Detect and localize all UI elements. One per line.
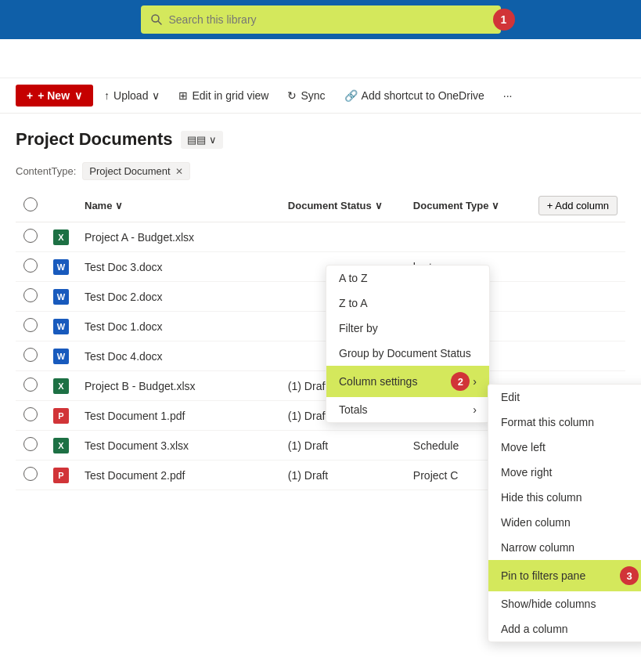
page-title-row: Project Documents ▤▤ ∨ <box>16 129 625 150</box>
table-row[interactable]: WTest Doc 4.docx <box>16 341 625 371</box>
row-name-cell[interactable]: Test Doc 2.docx <box>77 282 280 312</box>
row-empty-cell <box>531 252 625 282</box>
filter-tag-close[interactable]: ✕ <box>175 166 183 177</box>
toolbar: + + New ∨ ↑ Upload ∨ ⊞ Edit in grid view… <box>0 78 641 114</box>
dropdown-item[interactable]: A to Z <box>326 266 489 291</box>
submenu-item[interactable]: Hide this column <box>488 485 641 490</box>
add-shortcut-label: Add shortcut to OneDrive <box>362 89 484 102</box>
row-checkbox[interactable] <box>23 348 38 362</box>
search-input[interactable] <box>169 13 492 26</box>
link-icon: 🔗 <box>344 89 358 102</box>
row-check-cell[interactable] <box>16 401 45 431</box>
add-shortcut-button[interactable]: 🔗 Add shortcut to OneDrive <box>337 85 492 107</box>
row-checkbox[interactable] <box>23 258 38 273</box>
library-chevron-icon: ∨ <box>209 134 217 146</box>
file-type-icon: P <box>53 408 69 424</box>
row-name-cell[interactable]: Project B - Budget.xlsx <box>77 371 280 401</box>
more-button[interactable]: ··· <box>495 85 520 107</box>
sync-button[interactable]: ↻ Sync <box>279 85 333 107</box>
table-row[interactable]: WTest Doc 2.docx <box>16 282 625 312</box>
table-row[interactable]: WTest Doc 1.docx <box>16 312 625 341</box>
row-empty-cell <box>531 341 625 371</box>
new-plus-icon: + <box>27 89 33 102</box>
dropdown-item[interactable]: Column settings2› <box>326 366 489 397</box>
row-check-cell[interactable] <box>16 341 45 371</box>
submenu-arrow-icon: › <box>473 403 477 416</box>
submenu-arrow-icon: › <box>473 375 477 388</box>
row-checkbox[interactable] <box>23 407 38 421</box>
dropdown-item[interactable]: Totals› <box>326 397 489 422</box>
row-checkbox[interactable] <box>23 437 38 451</box>
col-header-type[interactable]: Document Type ∨ <box>405 190 531 222</box>
new-chevron-icon: ∨ <box>74 89 82 102</box>
file-type-icon: W <box>53 349 69 364</box>
row-icon-cell: P <box>45 401 77 431</box>
submenu-item[interactable]: Move left <box>488 435 641 460</box>
search-container: 1 <box>141 5 501 34</box>
table-row[interactable]: WTest Doc 3.docxharter <box>16 252 625 282</box>
row-icon-cell: X <box>45 431 77 461</box>
submenu-item[interactable]: Edit <box>488 385 641 410</box>
row-empty-cell <box>531 222 625 252</box>
sync-label: Sync <box>301 89 325 102</box>
row-check-cell[interactable] <box>16 371 45 401</box>
row-name-cell[interactable]: Test Document 2.pdf <box>77 461 280 490</box>
row-status-cell: (1) Draft <box>280 431 405 461</box>
col-header-add[interactable]: + Add column <box>531 190 625 222</box>
row-name-cell[interactable]: Test Document 3.xlsx <box>77 431 280 461</box>
file-type-icon: X <box>53 378 69 394</box>
row-name-cell[interactable]: Test Doc 3.docx <box>77 252 280 282</box>
status-sort-icon: ∨ <box>375 200 383 211</box>
col-header-check[interactable] <box>16 190 45 222</box>
filter-label: ContentType: <box>16 165 76 177</box>
new-label: + New <box>38 89 70 102</box>
row-name-cell[interactable]: Project A - Budget.xlsx <box>77 222 280 252</box>
row-check-cell[interactable] <box>16 252 45 282</box>
library-icon-button[interactable]: ▤▤ ∨ <box>181 131 223 149</box>
secondary-dropdown-menu: EditFormat this columnMove leftMove righ… <box>488 384 641 490</box>
row-check-cell[interactable] <box>16 312 45 341</box>
row-check-cell[interactable] <box>16 431 45 461</box>
row-checkbox[interactable] <box>23 229 38 243</box>
row-icon-cell: X <box>45 222 77 252</box>
search-icon <box>150 13 163 26</box>
svg-point-0 <box>152 15 159 22</box>
upload-label: Upload <box>113 89 148 102</box>
row-name-cell[interactable]: Test Document 1.pdf <box>77 401 280 431</box>
submenu-item[interactable]: Format this column <box>488 410 641 435</box>
top-bar: 1 <box>0 0 641 39</box>
submenu-item[interactable]: Move right <box>488 460 641 485</box>
row-checkbox[interactable] <box>23 288 38 302</box>
submenu-item-label: Move left <box>501 441 546 453</box>
row-status-cell: (1) Draft <box>280 461 405 490</box>
row-icon-cell: X <box>45 371 77 401</box>
row-check-cell[interactable] <box>16 461 45 490</box>
row-check-cell[interactable] <box>16 282 45 312</box>
edit-grid-button[interactable]: ⊞ Edit in grid view <box>171 85 276 107</box>
upload-icon: ↑ <box>104 89 110 102</box>
row-name-cell[interactable]: Test Doc 4.docx <box>77 341 280 371</box>
new-button[interactable]: + + New ∨ <box>16 85 93 107</box>
col-header-name[interactable]: Name ∨ <box>77 190 280 222</box>
row-empty-cell <box>531 282 625 312</box>
row-check-cell[interactable] <box>16 222 45 252</box>
row-checkbox[interactable] <box>23 378 38 392</box>
dropdown-item[interactable]: Z to A <box>326 291 489 316</box>
row-icon-cell: W <box>45 282 77 312</box>
row-checkbox[interactable] <box>23 467 38 481</box>
row-empty-cell <box>531 312 625 341</box>
header-checkbox[interactable] <box>23 197 38 211</box>
col-header-status[interactable]: Document Status ∨ <box>280 190 405 222</box>
row-icon-cell: W <box>45 312 77 341</box>
add-column-button[interactable]: + Add column <box>538 196 618 215</box>
upload-button[interactable]: ↑ Upload ∨ <box>96 85 167 107</box>
file-type-icon: X <box>53 229 69 245</box>
row-icon-cell: P <box>45 461 77 490</box>
table-row[interactable]: XProject A - Budget.xlsx <box>16 222 625 252</box>
row-status-cell <box>280 222 405 252</box>
dropdown-item[interactable]: Filter by <box>326 316 489 341</box>
filter-tag: Project Document ✕ <box>82 162 189 180</box>
dropdown-item[interactable]: Group by Document Status <box>326 341 489 366</box>
row-checkbox[interactable] <box>23 318 38 332</box>
row-name-cell[interactable]: Test Doc 1.docx <box>77 312 280 341</box>
